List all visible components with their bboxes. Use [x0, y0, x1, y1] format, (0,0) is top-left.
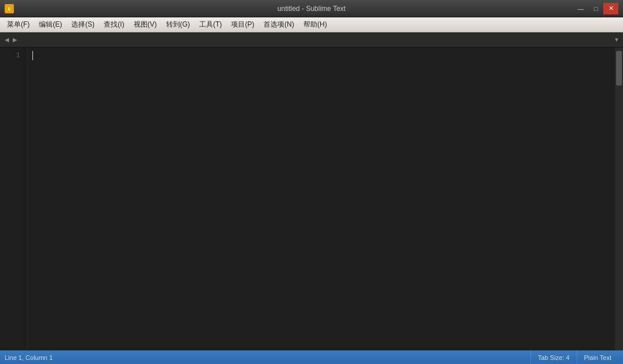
cursor-position[interactable]: Line 1, Column 1: [5, 354, 53, 361]
close-button[interactable]: ✕: [603, 3, 618, 14]
tab-bar: ◀ ▶ ▼: [0, 32, 623, 47]
menu-item-查找(I)[interactable]: 查找(I): [99, 19, 129, 31]
syntax-label[interactable]: Plain Text: [577, 351, 619, 365]
menu-item-工具(T)[interactable]: 工具(T): [195, 19, 226, 31]
status-right: Tab Size: 4 Plain Text: [530, 351, 618, 365]
line-number: 1: [0, 50, 20, 61]
menu-item-项目(P)[interactable]: 项目(P): [226, 19, 259, 31]
tab-size[interactable]: Tab Size: 4: [530, 351, 576, 365]
editor-container: 1: [0, 47, 623, 350]
scrollbar-track[interactable]: [615, 47, 623, 350]
window-title: untitled - Sublime Text: [277, 5, 346, 13]
status-bar: Line 1, Column 1 Tab Size: 4 Plain Text: [0, 350, 623, 364]
svg-text:S: S: [8, 6, 11, 12]
editor-content[interactable]: [28, 47, 615, 350]
tab-arrow-right[interactable]: ▶: [10, 35, 19, 44]
scrollbar-thumb[interactable]: [616, 51, 622, 86]
maximize-button[interactable]: □: [588, 3, 603, 14]
tab-nav-left: ◀ ▶: [0, 32, 21, 47]
menu-item-视图(V)[interactable]: 视图(V): [129, 19, 162, 31]
tab-dropdown[interactable]: ▼: [610, 36, 623, 43]
menu-item-帮助(H)[interactable]: 帮助(H): [299, 19, 332, 31]
title-bar-left: S: [5, 4, 19, 13]
menu-item-菜单(F)[interactable]: 菜单(F): [2, 19, 34, 31]
text-cursor: [32, 51, 33, 60]
line-numbers: 1: [0, 47, 28, 350]
menu-item-首选项(N)[interactable]: 首选项(N): [259, 19, 299, 31]
menu-item-选择(S)[interactable]: 选择(S): [67, 19, 99, 31]
menu-bar: 菜单(F)编辑(E)选择(S)查找(I)视图(V)转到(G)工具(T)项目(P)…: [0, 17, 623, 32]
cursor-line: [32, 50, 610, 60]
menu-item-编辑(E)[interactable]: 编辑(E): [34, 19, 67, 31]
title-bar: S untitled - Sublime Text — □ ✕: [0, 0, 623, 17]
minimize-button[interactable]: —: [573, 3, 588, 14]
tab-arrow-left[interactable]: ◀: [2, 35, 10, 44]
status-left: Line 1, Column 1: [5, 354, 53, 361]
app-icon: S: [5, 4, 14, 13]
window-controls: — □ ✕: [573, 3, 618, 14]
menu-item-转到(G)[interactable]: 转到(G): [162, 19, 195, 31]
